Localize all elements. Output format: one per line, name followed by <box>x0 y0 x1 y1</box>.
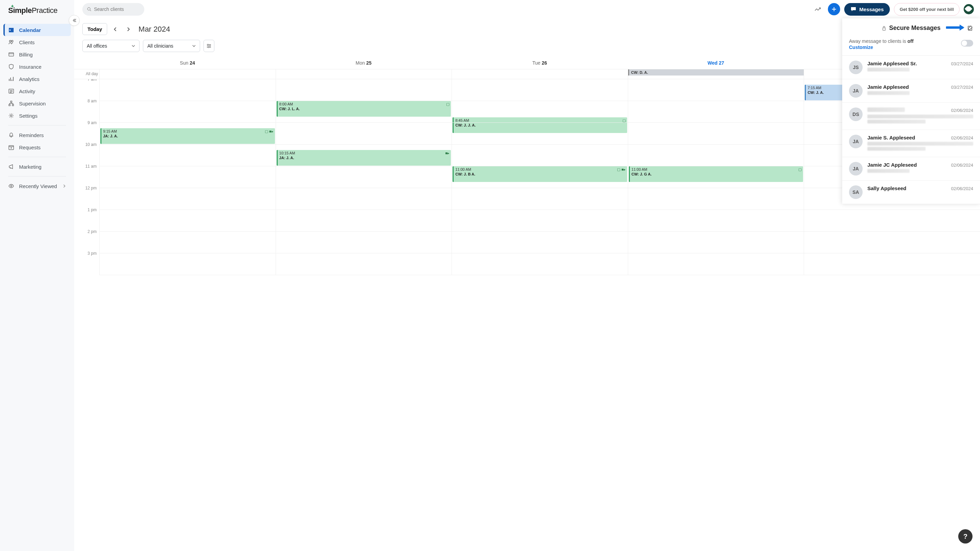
day-header[interactable]: Sun 24 <box>99 56 275 69</box>
nav-reminders[interactable]: Reminders <box>3 129 71 141</box>
time-cell[interactable] <box>452 210 628 232</box>
offices-select[interactable]: All offices <box>82 40 140 52</box>
time-cell[interactable] <box>275 253 452 275</box>
insights-button[interactable] <box>811 3 824 15</box>
message-item[interactable]: JA Jamie JC Appleseed02/06/2024 <box>842 157 980 181</box>
nav-analytics[interactable]: Analytics <box>3 73 71 85</box>
time-cell[interactable] <box>275 210 452 232</box>
time-cell[interactable] <box>275 123 452 144</box>
time-cell[interactable] <box>452 101 628 123</box>
sidebar-collapse-button[interactable] <box>69 15 80 26</box>
nav-label: Supervision <box>19 101 46 106</box>
time-cell[interactable]: 11:00 AMCW: J. G A.▢ <box>628 79 804 101</box>
nav-calendar[interactable]: Calendar <box>3 24 71 36</box>
message-preview <box>867 142 973 151</box>
clinicians-select[interactable]: All clinicians <box>143 40 200 52</box>
nav-insurance[interactable]: Insurance <box>3 60 71 73</box>
time-cell[interactable] <box>628 188 804 210</box>
time-label: 8 am <box>82 98 99 121</box>
time-cell[interactable] <box>452 166 628 188</box>
nav-requests[interactable]: Requests <box>3 141 71 153</box>
time-cell[interactable] <box>275 232 452 253</box>
time-cell[interactable] <box>99 210 275 232</box>
message-item[interactable]: JS Jamie Appleseed Sr.03/27/2024 <box>842 56 980 79</box>
customize-link[interactable]: Customize <box>849 44 914 50</box>
time-cell[interactable] <box>452 232 628 253</box>
messages-button[interactable]: Messages <box>844 3 890 16</box>
chevron-down-icon <box>192 45 196 47</box>
away-toggle[interactable] <box>961 40 973 47</box>
day-header[interactable]: Wed 27 <box>628 56 804 69</box>
allday-event[interactable]: CW: D. A. <box>628 69 804 76</box>
message-item[interactable]: SA Sally Appleseed02/06/2024 <box>842 181 980 204</box>
time-cell[interactable] <box>804 253 980 275</box>
filter-button[interactable] <box>204 40 215 52</box>
time-cell[interactable]: 9:15 AMJA: J. A.▢■▸ <box>99 79 275 101</box>
time-cell[interactable] <box>804 232 980 253</box>
allday-cell[interactable] <box>275 69 452 79</box>
prev-button[interactable] <box>111 24 120 34</box>
time-cell[interactable] <box>452 188 628 210</box>
time-cell[interactable] <box>275 144 452 166</box>
time-cell[interactable] <box>99 253 275 275</box>
time-cell[interactable] <box>275 101 452 123</box>
user-avatar[interactable] <box>964 4 974 14</box>
compose-button[interactable] <box>967 25 973 31</box>
time-cell[interactable] <box>628 101 804 123</box>
add-button[interactable] <box>828 3 840 15</box>
time-cell[interactable] <box>804 210 980 232</box>
nav-marketing[interactable]: Marketing <box>3 160 71 173</box>
time-cell[interactable] <box>452 144 628 166</box>
help-button[interactable]: ? <box>958 529 972 543</box>
promo-button[interactable]: Get $200 off your next bill <box>894 3 959 16</box>
message-date: 03/27/2024 <box>951 85 973 90</box>
time-cell[interactable] <box>452 253 628 275</box>
day-header[interactable]: Tue 26 <box>452 56 628 69</box>
time-cell[interactable] <box>99 188 275 210</box>
message-item[interactable]: DS 02/06/2024 <box>842 103 980 130</box>
time-cell[interactable] <box>99 123 275 144</box>
time-cell[interactable] <box>275 166 452 188</box>
time-cell[interactable] <box>628 210 804 232</box>
nav-label: Requests <box>19 144 40 150</box>
time-cell[interactable] <box>628 144 804 166</box>
allday-cell[interactable] <box>452 69 628 79</box>
chat-icon <box>850 6 856 12</box>
time-cell[interactable]: 8:00 AMCW: J. L. A.▢10:15 AMJA: J. A.■▸ <box>275 79 452 101</box>
message-item[interactable]: JA Jamie Appleseed03/27/2024 <box>842 79 980 103</box>
message-avatar: JS <box>849 60 862 74</box>
allday-cell[interactable]: CW: D. A. <box>628 69 804 79</box>
time-cell[interactable] <box>99 166 275 188</box>
nav-settings[interactable]: Settings <box>3 110 71 122</box>
time-cell[interactable] <box>99 232 275 253</box>
svg-point-4 <box>11 40 13 42</box>
time-cell[interactable] <box>628 166 804 188</box>
nav-clients[interactable]: Clients <box>3 36 71 48</box>
time-cell[interactable] <box>99 144 275 166</box>
search-input[interactable] <box>94 6 140 12</box>
day-header[interactable]: Mon 25 <box>275 56 452 69</box>
message-name: Jamie JC Appleseed <box>867 162 917 168</box>
message-date: 02/06/2024 <box>951 186 973 191</box>
time-cell[interactable] <box>628 253 804 275</box>
away-message-text: Away message to clients is off <box>849 38 914 44</box>
time-cell[interactable] <box>628 123 804 144</box>
lock-icon <box>882 26 886 30</box>
today-button[interactable]: Today <box>82 23 107 35</box>
message-item[interactable]: JA Jamie S. Appleseed02/06/2024 <box>842 130 980 157</box>
time-cell[interactable] <box>452 123 628 144</box>
next-button[interactable] <box>124 24 133 34</box>
time-cell[interactable] <box>628 232 804 253</box>
nav-supervision[interactable]: Supervision <box>3 97 71 110</box>
svg-point-16 <box>208 47 209 48</box>
time-cell[interactable] <box>275 188 452 210</box>
allday-cell[interactable] <box>99 69 275 79</box>
messages-panel-header: Secure Messages <box>842 18 980 37</box>
search-box[interactable] <box>82 3 144 16</box>
time-cell[interactable]: 8:45 AMCW: J. J. A.▢11:00 AMCW: J. B A.▢… <box>452 79 628 101</box>
nav-activity[interactable]: Activity <box>3 85 71 97</box>
nav-billing[interactable]: Billing <box>3 48 71 60</box>
brand-logo[interactable]: S✦implePractice <box>0 6 74 21</box>
nav-recently-viewed[interactable]: Recently Viewed <box>3 180 71 192</box>
time-cell[interactable] <box>99 101 275 123</box>
